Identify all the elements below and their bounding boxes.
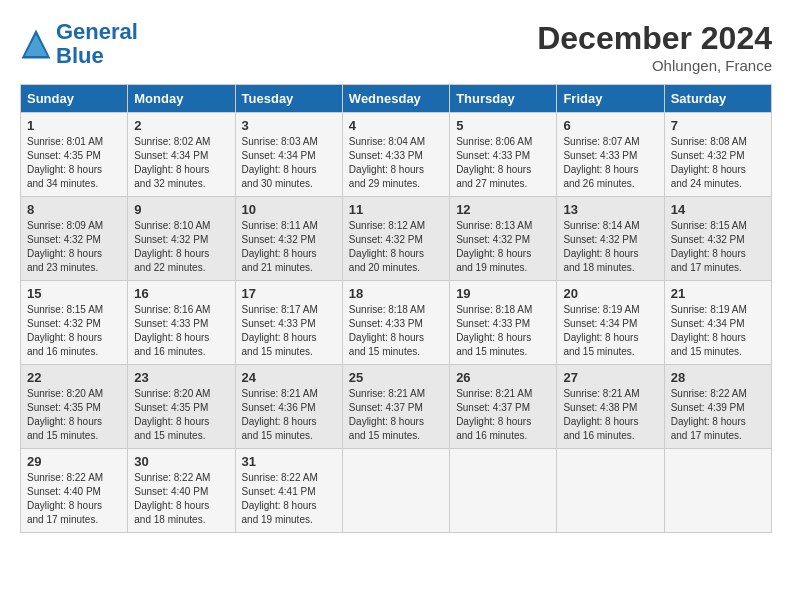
- day-detail: Sunrise: 8:02 AMSunset: 4:34 PMDaylight:…: [134, 135, 228, 191]
- calendar-header-row: SundayMondayTuesdayWednesdayThursdayFrid…: [21, 85, 772, 113]
- calendar-cell: [342, 449, 449, 533]
- day-number: 25: [349, 370, 443, 385]
- day-detail: Sunrise: 8:08 AMSunset: 4:32 PMDaylight:…: [671, 135, 765, 191]
- day-detail: Sunrise: 8:01 AMSunset: 4:35 PMDaylight:…: [27, 135, 121, 191]
- calendar-cell: 25Sunrise: 8:21 AMSunset: 4:37 PMDayligh…: [342, 365, 449, 449]
- day-detail: Sunrise: 8:13 AMSunset: 4:32 PMDaylight:…: [456, 219, 550, 275]
- calendar-cell: 2Sunrise: 8:02 AMSunset: 4:34 PMDaylight…: [128, 113, 235, 197]
- calendar-cell: 23Sunrise: 8:20 AMSunset: 4:35 PMDayligh…: [128, 365, 235, 449]
- calendar-cell: 10Sunrise: 8:11 AMSunset: 4:32 PMDayligh…: [235, 197, 342, 281]
- calendar-cell: 7Sunrise: 8:08 AMSunset: 4:32 PMDaylight…: [664, 113, 771, 197]
- day-number: 28: [671, 370, 765, 385]
- month-title: December 2024: [537, 20, 772, 57]
- calendar-cell: 8Sunrise: 8:09 AMSunset: 4:32 PMDaylight…: [21, 197, 128, 281]
- day-detail: Sunrise: 8:21 AMSunset: 4:37 PMDaylight:…: [456, 387, 550, 443]
- calendar-cell: [664, 449, 771, 533]
- calendar-cell: 5Sunrise: 8:06 AMSunset: 4:33 PMDaylight…: [450, 113, 557, 197]
- day-number: 30: [134, 454, 228, 469]
- calendar-cell: 4Sunrise: 8:04 AMSunset: 4:33 PMDaylight…: [342, 113, 449, 197]
- col-header-wednesday: Wednesday: [342, 85, 449, 113]
- calendar-cell: [450, 449, 557, 533]
- day-number: 10: [242, 202, 336, 217]
- day-number: 2: [134, 118, 228, 133]
- location: Ohlungen, France: [537, 57, 772, 74]
- calendar-cell: 15Sunrise: 8:15 AMSunset: 4:32 PMDayligh…: [21, 281, 128, 365]
- calendar-week-row: 22Sunrise: 8:20 AMSunset: 4:35 PMDayligh…: [21, 365, 772, 449]
- day-number: 21: [671, 286, 765, 301]
- day-detail: Sunrise: 8:22 AMSunset: 4:40 PMDaylight:…: [134, 471, 228, 527]
- day-number: 11: [349, 202, 443, 217]
- calendar-cell: 11Sunrise: 8:12 AMSunset: 4:32 PMDayligh…: [342, 197, 449, 281]
- calendar-week-row: 29Sunrise: 8:22 AMSunset: 4:40 PMDayligh…: [21, 449, 772, 533]
- calendar-cell: 30Sunrise: 8:22 AMSunset: 4:40 PMDayligh…: [128, 449, 235, 533]
- day-number: 23: [134, 370, 228, 385]
- col-header-monday: Monday: [128, 85, 235, 113]
- logo-line1: General: [56, 19, 138, 44]
- calendar-cell: 3Sunrise: 8:03 AMSunset: 4:34 PMDaylight…: [235, 113, 342, 197]
- day-number: 26: [456, 370, 550, 385]
- day-number: 17: [242, 286, 336, 301]
- calendar-cell: 22Sunrise: 8:20 AMSunset: 4:35 PMDayligh…: [21, 365, 128, 449]
- day-detail: Sunrise: 8:15 AMSunset: 4:32 PMDaylight:…: [671, 219, 765, 275]
- day-number: 5: [456, 118, 550, 133]
- calendar-cell: 13Sunrise: 8:14 AMSunset: 4:32 PMDayligh…: [557, 197, 664, 281]
- page-header: General Blue December 2024 Ohlungen, Fra…: [20, 20, 772, 74]
- day-number: 1: [27, 118, 121, 133]
- day-detail: Sunrise: 8:21 AMSunset: 4:36 PMDaylight:…: [242, 387, 336, 443]
- calendar-cell: 18Sunrise: 8:18 AMSunset: 4:33 PMDayligh…: [342, 281, 449, 365]
- day-detail: Sunrise: 8:07 AMSunset: 4:33 PMDaylight:…: [563, 135, 657, 191]
- day-number: 15: [27, 286, 121, 301]
- logo-text: General Blue: [56, 20, 138, 68]
- calendar-table: SundayMondayTuesdayWednesdayThursdayFrid…: [20, 84, 772, 533]
- calendar-week-row: 1Sunrise: 8:01 AMSunset: 4:35 PMDaylight…: [21, 113, 772, 197]
- calendar-cell: 21Sunrise: 8:19 AMSunset: 4:34 PMDayligh…: [664, 281, 771, 365]
- day-number: 16: [134, 286, 228, 301]
- day-detail: Sunrise: 8:14 AMSunset: 4:32 PMDaylight:…: [563, 219, 657, 275]
- day-number: 9: [134, 202, 228, 217]
- calendar-cell: 6Sunrise: 8:07 AMSunset: 4:33 PMDaylight…: [557, 113, 664, 197]
- day-detail: Sunrise: 8:11 AMSunset: 4:32 PMDaylight:…: [242, 219, 336, 275]
- day-detail: Sunrise: 8:22 AMSunset: 4:40 PMDaylight:…: [27, 471, 121, 527]
- calendar-cell: 12Sunrise: 8:13 AMSunset: 4:32 PMDayligh…: [450, 197, 557, 281]
- calendar-cell: [557, 449, 664, 533]
- day-detail: Sunrise: 8:22 AMSunset: 4:39 PMDaylight:…: [671, 387, 765, 443]
- day-number: 22: [27, 370, 121, 385]
- day-detail: Sunrise: 8:03 AMSunset: 4:34 PMDaylight:…: [242, 135, 336, 191]
- logo-line2: Blue: [56, 43, 104, 68]
- day-detail: Sunrise: 8:19 AMSunset: 4:34 PMDaylight:…: [563, 303, 657, 359]
- col-header-saturday: Saturday: [664, 85, 771, 113]
- day-detail: Sunrise: 8:12 AMSunset: 4:32 PMDaylight:…: [349, 219, 443, 275]
- day-detail: Sunrise: 8:06 AMSunset: 4:33 PMDaylight:…: [456, 135, 550, 191]
- calendar-cell: 1Sunrise: 8:01 AMSunset: 4:35 PMDaylight…: [21, 113, 128, 197]
- logo: General Blue: [20, 20, 138, 68]
- day-number: 4: [349, 118, 443, 133]
- day-number: 13: [563, 202, 657, 217]
- calendar-cell: 28Sunrise: 8:22 AMSunset: 4:39 PMDayligh…: [664, 365, 771, 449]
- day-detail: Sunrise: 8:09 AMSunset: 4:32 PMDaylight:…: [27, 219, 121, 275]
- day-detail: Sunrise: 8:04 AMSunset: 4:33 PMDaylight:…: [349, 135, 443, 191]
- day-detail: Sunrise: 8:20 AMSunset: 4:35 PMDaylight:…: [27, 387, 121, 443]
- col-header-tuesday: Tuesday: [235, 85, 342, 113]
- calendar-week-row: 8Sunrise: 8:09 AMSunset: 4:32 PMDaylight…: [21, 197, 772, 281]
- calendar-cell: 16Sunrise: 8:16 AMSunset: 4:33 PMDayligh…: [128, 281, 235, 365]
- day-detail: Sunrise: 8:10 AMSunset: 4:32 PMDaylight:…: [134, 219, 228, 275]
- day-number: 31: [242, 454, 336, 469]
- day-number: 20: [563, 286, 657, 301]
- day-number: 27: [563, 370, 657, 385]
- day-detail: Sunrise: 8:22 AMSunset: 4:41 PMDaylight:…: [242, 471, 336, 527]
- calendar-cell: 26Sunrise: 8:21 AMSunset: 4:37 PMDayligh…: [450, 365, 557, 449]
- calendar-cell: 14Sunrise: 8:15 AMSunset: 4:32 PMDayligh…: [664, 197, 771, 281]
- calendar-cell: 17Sunrise: 8:17 AMSunset: 4:33 PMDayligh…: [235, 281, 342, 365]
- day-detail: Sunrise: 8:20 AMSunset: 4:35 PMDaylight:…: [134, 387, 228, 443]
- day-number: 24: [242, 370, 336, 385]
- calendar-cell: 24Sunrise: 8:21 AMSunset: 4:36 PMDayligh…: [235, 365, 342, 449]
- day-detail: Sunrise: 8:15 AMSunset: 4:32 PMDaylight:…: [27, 303, 121, 359]
- title-block: December 2024 Ohlungen, France: [537, 20, 772, 74]
- calendar-cell: 27Sunrise: 8:21 AMSunset: 4:38 PMDayligh…: [557, 365, 664, 449]
- col-header-friday: Friday: [557, 85, 664, 113]
- calendar-cell: 19Sunrise: 8:18 AMSunset: 4:33 PMDayligh…: [450, 281, 557, 365]
- day-detail: Sunrise: 8:17 AMSunset: 4:33 PMDaylight:…: [242, 303, 336, 359]
- calendar-cell: 9Sunrise: 8:10 AMSunset: 4:32 PMDaylight…: [128, 197, 235, 281]
- day-detail: Sunrise: 8:21 AMSunset: 4:38 PMDaylight:…: [563, 387, 657, 443]
- day-number: 12: [456, 202, 550, 217]
